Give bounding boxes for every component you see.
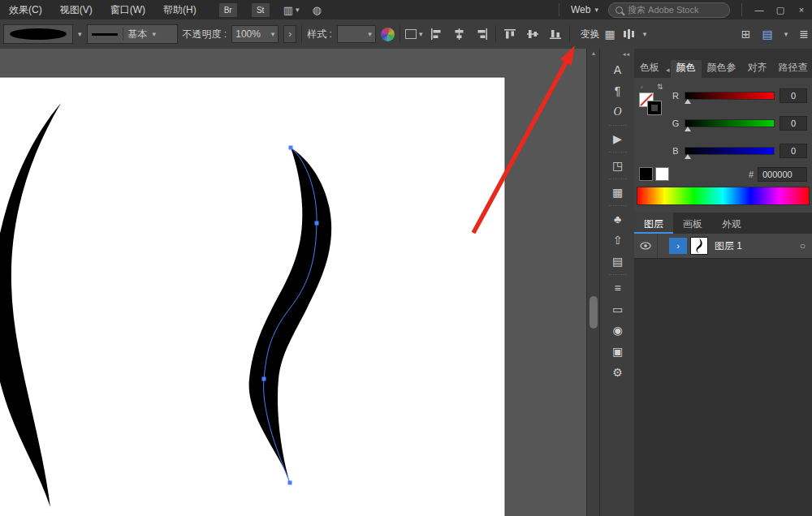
hex-value-input[interactable]: 000000 [758,167,807,182]
artboard [0,77,505,516]
red-slider[interactable] [685,92,775,100]
bridge-app-icon[interactable]: Br [218,2,238,18]
gpu-status-icon[interactable]: ◍ [313,4,322,16]
appearance-panel-icon[interactable]: ≡ [600,277,635,299]
restore-button[interactable]: ▢ [770,0,791,19]
align-middle-vertical-button[interactable] [524,25,542,43]
graphic-styles-panel-icon[interactable]: ▤ [600,251,635,272]
search-icon [615,6,623,14]
control-bar-menu-icon[interactable]: ≣ [799,28,809,41]
layer-target-icon[interactable]: ○ [800,240,806,252]
vertical-scrollbar[interactable]: ▲ [586,49,600,516]
chevron-down-icon[interactable]: ▾ [784,30,788,38]
stroke-swatch[interactable] [648,101,661,114]
symbols-panel-icon[interactable]: ▣ [600,341,635,362]
distribute-spacing-button[interactable] [620,25,638,43]
blue-slider[interactable] [685,147,775,155]
anchor-point[interactable] [315,221,319,226]
actions-panel-icon[interactable]: ▶ [600,128,635,149]
color-spectrum-bar[interactable] [637,187,810,205]
expand-layer-button[interactable]: › [669,238,687,254]
tab-appearance[interactable]: 外观 [712,213,751,234]
layer-thumbnail[interactable] [690,237,708,255]
style-select[interactable]: ▾ [337,25,376,43]
tab-align[interactable]: 对齐 [742,60,773,78]
brushes-panel-icon[interactable]: ♣ [600,209,635,230]
character-panel-icon[interactable]: A [600,59,635,80]
brush-definition-select[interactable]: 基本 ▾ [87,24,178,44]
blue-slider-handle[interactable] [685,154,691,159]
anchor-point[interactable] [288,481,292,485]
eye-icon [640,242,651,250]
visibility-toggle[interactable] [634,234,658,258]
tab-swatches[interactable]: 色板 [634,60,665,78]
scroll-up-icon[interactable]: ▲ [587,50,600,56]
stock-app-icon[interactable]: St [251,2,270,18]
menu-effect[interactable]: 效果(C) [0,0,51,19]
green-slider-handle[interactable] [685,127,691,131]
collapse-dock-button[interactable]: ◂◂ [623,49,635,59]
scrollbar-thumb[interactable] [590,296,598,329]
blue-channel-row: B 0 [672,143,807,159]
transform-panel-icon[interactable]: ▦ [600,182,635,203]
illustrator-window: 效果(C) 视图(V) 窗口(W) 帮助(H) Br St ▥ ▾ ◍ Web … [0,0,812,516]
canvas-svg [0,49,586,516]
menu-view[interactable]: 视图(V) [51,0,102,19]
layer-name[interactable]: 图层 1 [715,239,742,253]
settings-panel-icon[interactable]: ⚙ [600,362,635,383]
red-slider-handle[interactable] [685,99,691,104]
align-center-horizontal-button[interactable] [450,25,468,43]
black-swatch[interactable] [639,167,653,181]
workspace-switcher[interactable]: Web ▾ [566,4,603,15]
layer-row[interactable]: › 图层 1 ○ [634,234,812,259]
menu-bar: 效果(C) 视图(V) 窗口(W) 帮助(H) Br St ▥ ▾ ◍ Web … [0,0,812,20]
close-button[interactable]: × [791,0,812,19]
dock-panels-icon[interactable]: ▤ [762,28,773,41]
transform-grid-icon[interactable]: ▦ [604,28,615,41]
tab-artboards[interactable]: 画板 [673,213,712,234]
swap-fill-stroke-icon[interactable]: ⇅ [657,83,663,91]
green-value-input[interactable]: 0 [780,116,807,131]
align-to-select[interactable]: ▾ [405,29,423,39]
minimize-button[interactable]: — [749,0,770,19]
transform-link[interactable]: 变换 [580,28,599,41]
width-profile-select[interactable] [3,24,73,44]
tab-layers[interactable]: 图层 [634,213,673,234]
anchor-point[interactable] [262,377,266,381]
menu-window[interactable]: 窗口(W) [102,0,154,19]
red-channel-label: R [672,91,680,101]
red-value-input[interactable]: 0 [780,88,807,103]
grid-view-icon[interactable]: ⊞ [741,28,751,41]
artboards-panel-icon[interactable]: ▭ [600,299,635,320]
anchor-point[interactable] [289,146,293,150]
red-channel-row: R 0 [672,88,807,104]
layers-empty-area[interactable] [634,259,812,516]
default-swatches-icon[interactable]: ▫ [641,84,643,91]
tab-pathfinder[interactable]: 路径查 [773,60,812,78]
paragraph-panel-icon[interactable]: ¶ [600,80,635,101]
opacity-more-button[interactable]: › [283,25,296,43]
align-right-button[interactable] [473,25,490,43]
align-bottom-button[interactable] [546,25,564,43]
fill-stroke-proxy[interactable]: ▫ ⇅ [637,83,670,118]
opentype-panel-icon[interactable]: O [600,101,635,123]
chevron-down-icon: ▾ [296,6,300,14]
arrange-documents-icon[interactable]: ▥ ▾ [283,4,300,16]
adobe-stock-search-input[interactable]: 搜索 Adobe Stock [608,2,730,18]
green-slider[interactable] [685,119,775,127]
export-panel-icon[interactable]: ◳ [600,155,635,176]
shape-builder-panel-icon[interactable]: ⇧ [600,230,635,251]
canvas-area[interactable] [0,49,586,516]
opacity-input[interactable]: 100% ▾ [231,25,279,43]
chevron-down-icon[interactable]: ▾ [78,30,82,38]
tab-color[interactable]: 颜色 [671,60,702,78]
recolor-artwork-icon[interactable] [381,28,395,41]
white-swatch[interactable] [655,167,669,181]
align-top-button[interactable] [501,25,519,43]
align-left-button[interactable] [427,25,445,43]
tab-color-guide[interactable]: 颜色参 [702,60,742,78]
chevron-down-icon[interactable]: ▾ [643,30,647,38]
menu-help[interactable]: 帮助(H) [154,0,205,19]
navigator-panel-icon[interactable]: ◉ [600,320,635,341]
blue-value-input[interactable]: 0 [780,144,807,158]
